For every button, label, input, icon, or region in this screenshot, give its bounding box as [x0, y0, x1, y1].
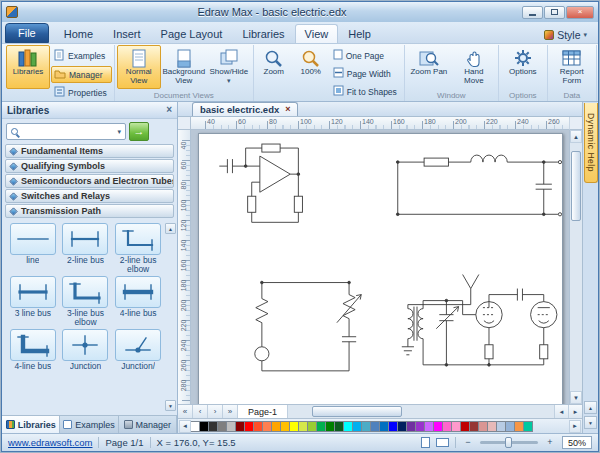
- category-fundamental-items[interactable]: Fundamental Items: [5, 144, 174, 158]
- maximize-button[interactable]: [544, 6, 565, 19]
- palette-right-arrow[interactable]: ►: [569, 420, 581, 433]
- symbol-line[interactable]: line: [8, 223, 58, 274]
- style-label: Style: [557, 29, 580, 41]
- document-close-icon[interactable]: ×: [285, 105, 290, 114]
- last-page-button[interactable]: »: [223, 405, 238, 418]
- scroll-up-arrow[interactable]: ▲: [570, 130, 582, 143]
- panel-close-icon[interactable]: ×: [166, 105, 172, 115]
- ribbon-group-document-views: Normal View Background View Show/Hide ▾ …: [115, 45, 254, 101]
- symbol-junction[interactable]: Junction: [61, 329, 111, 380]
- vertical-scroll-thumb[interactable]: [571, 151, 581, 221]
- tab-libraries[interactable]: Libraries: [232, 24, 294, 43]
- zoom-out-button[interactable]: −: [462, 437, 474, 449]
- examples-button[interactable]: Examples: [51, 47, 112, 65]
- vertical-scroll-track[interactable]: [570, 143, 582, 391]
- scroll-up-button[interactable]: ▲: [165, 223, 176, 234]
- panel-tab-examples[interactable]: Examples: [60, 416, 118, 433]
- symbol-junction[interactable]: Junction/: [113, 329, 163, 380]
- ruler-number: 200: [180, 299, 187, 312]
- file-tab[interactable]: File: [5, 23, 49, 43]
- main-area: Libraries × ▾ → Fundamental ItemsQualify…: [2, 102, 598, 433]
- panel-tab-label: Examples: [75, 420, 115, 430]
- ruler-number: 140: [180, 239, 187, 252]
- drawing-page[interactable]: [198, 133, 563, 404]
- horizontal-scroll-thumb[interactable]: [312, 406, 402, 417]
- tab-view[interactable]: View: [295, 24, 339, 43]
- library-search-combo[interactable]: ▾: [6, 123, 126, 140]
- page-width-button[interactable]: Page Width: [330, 65, 402, 82]
- horizontal-scroll-track[interactable]: [288, 405, 554, 418]
- fit-width-icon[interactable]: [436, 438, 449, 447]
- scroll-down-button[interactable]: ▼: [165, 400, 176, 411]
- category-transmission-path[interactable]: Transmission Path: [5, 204, 174, 218]
- palette-left-arrow[interactable]: ◄: [179, 420, 191, 433]
- category-switches-and-relays[interactable]: Switches and Relays: [5, 189, 174, 203]
- library-shape-icon: [9, 207, 17, 215]
- minimize-button[interactable]: [522, 6, 543, 19]
- rail-down-button[interactable]: ▼: [584, 416, 597, 429]
- options-button[interactable]: Options: [501, 45, 545, 89]
- dynamic-help-tab[interactable]: Dynamic Help: [584, 103, 598, 183]
- category-label: Semiconductors and Electron Tubes: [21, 176, 174, 186]
- zoom-slider[interactable]: [480, 441, 538, 444]
- search-go-button[interactable]: →: [129, 122, 149, 141]
- properties-icon: [54, 86, 65, 99]
- style-button[interactable]: Style ▾: [536, 27, 595, 43]
- hand-move-button[interactable]: Hand Move: [452, 45, 496, 89]
- tab-page-layout[interactable]: Page Layout: [151, 24, 233, 43]
- tab-home[interactable]: Home: [54, 24, 103, 43]
- zoom-level[interactable]: 50%: [562, 436, 592, 449]
- zoom-100-button[interactable]: 100%: [293, 45, 329, 89]
- fit-to-shapes-button[interactable]: Fit to Shapes: [330, 83, 402, 100]
- libraries-label: Libraries: [13, 68, 44, 77]
- libraries-button[interactable]: Libraries: [6, 45, 50, 89]
- tab-help[interactable]: Help: [338, 24, 381, 43]
- website-link[interactable]: www.edrawsoft.com: [8, 437, 92, 448]
- vertical-scrollbar[interactable]: ▲ ▼: [569, 130, 582, 404]
- symbol-4-line-bus[interactable]: 4-line bus: [113, 276, 163, 327]
- symbol-2-line-bus-elbow[interactable]: 2-line bus elbow: [113, 223, 163, 274]
- panel-tab-manager[interactable]: Manager: [119, 416, 177, 433]
- one-page-button[interactable]: One Page: [330, 47, 402, 64]
- symbol-3-line-bus[interactable]: 3 line bus: [8, 276, 58, 327]
- cursor-coordinates: X = 176.0, Y= 15.5: [157, 437, 236, 448]
- scroll-left-arrow[interactable]: ◄: [554, 405, 568, 418]
- circuit-drawing: [199, 134, 562, 404]
- ruler-corner: [178, 117, 191, 130]
- zoom-pan-button[interactable]: Zoom Pan: [407, 45, 451, 89]
- drawing-viewport[interactable]: [191, 130, 569, 404]
- symbol-label: 3-line bus elbow: [61, 309, 111, 327]
- libraries-panel-title: Libraries: [7, 105, 49, 116]
- first-page-button[interactable]: «: [178, 405, 193, 418]
- zoom-slider-thumb[interactable]: [505, 437, 512, 448]
- next-page-button[interactable]: ›: [208, 405, 223, 418]
- background-view-button[interactable]: Background View: [162, 45, 206, 89]
- symbol-4-line-bus[interactable]: 4-line bus: [8, 329, 58, 380]
- category-semiconductors-and-electron-tubes[interactable]: Semiconductors and Electron Tubes: [5, 174, 174, 188]
- symbol-2-line-bus[interactable]: 2-line bus: [61, 223, 111, 274]
- zoom-in-button[interactable]: +: [544, 437, 556, 449]
- scroll-right-arrow[interactable]: ►: [568, 405, 582, 418]
- panel-tab-libraries[interactable]: Libraries: [2, 416, 60, 433]
- manager-button[interactable]: Manager: [51, 66, 112, 83]
- category-qualifying-symbols[interactable]: Qualifying Symbols: [5, 159, 174, 173]
- page-tab[interactable]: Page-1: [238, 405, 288, 418]
- normal-view-button[interactable]: Normal View: [117, 45, 161, 89]
- symbol-label: Junction: [70, 362, 102, 380]
- close-button[interactable]: ×: [566, 6, 594, 19]
- ruler-end-cap: [569, 117, 582, 130]
- tab-insert[interactable]: Insert: [103, 24, 151, 43]
- fit-page-icon[interactable]: [421, 437, 430, 448]
- document-tab[interactable]: basic electric.edx ×: [192, 102, 298, 116]
- scroll-down-arrow[interactable]: ▼: [570, 391, 582, 404]
- properties-button[interactable]: Properties: [51, 84, 112, 101]
- examples-panel-icon: [63, 420, 72, 429]
- previous-page-button[interactable]: ‹: [193, 405, 208, 418]
- rail-up-button[interactable]: ▲: [584, 401, 597, 414]
- ribbon-group-window: Zoom Pan Hand Move Window: [405, 45, 499, 101]
- color-swatch[interactable]: [523, 421, 533, 432]
- show-hide-button[interactable]: Show/Hide ▾: [207, 45, 251, 89]
- symbol-3-line-bus-elbow[interactable]: 3-line bus elbow: [61, 276, 111, 327]
- zoom-button[interactable]: Zoom: [256, 45, 292, 89]
- report-form-button[interactable]: Report Form: [550, 45, 594, 89]
